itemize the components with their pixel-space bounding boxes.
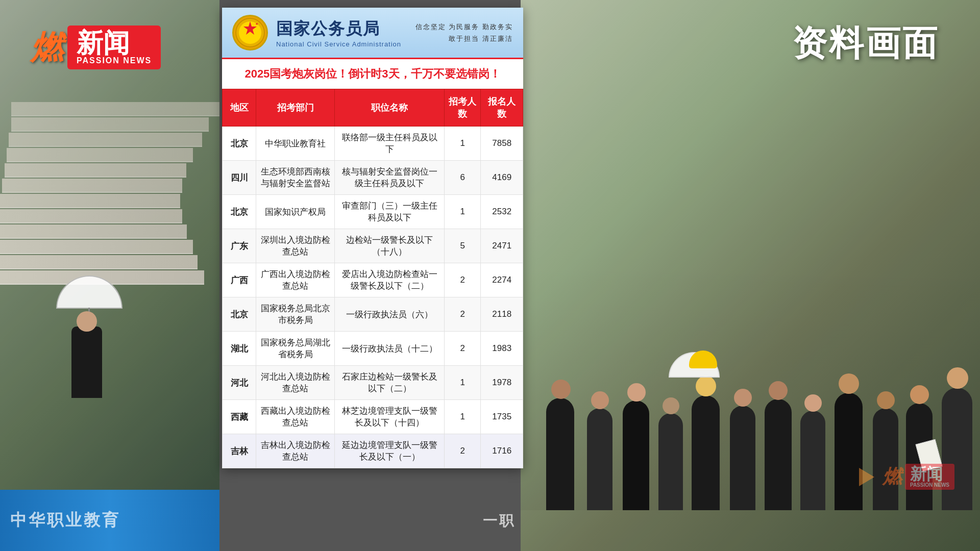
table-header-row: 地区 招考部门 职位名称 招考人数 报名人数 <box>223 89 523 127</box>
watermark-br-box: 新闻 PASSION NEWS <box>905 464 954 490</box>
gov-slogan-line2: 敢于担当 清正廉洁 <box>415 33 513 44</box>
cell-dept: 广西出入境边防检查总站 <box>256 263 335 297</box>
data-table: 地区 招考部门 职位名称 招考人数 报名人数 北京中华职业教育社联络部一级主任科… <box>222 89 523 468</box>
table-row: 广东深圳出入境边防检查总站边检站一级警长及以下（十八）52471 <box>223 229 523 263</box>
person-head <box>77 311 97 332</box>
logo-fire-char: 燃 <box>31 31 63 64</box>
cell-position: 边检站一级警长及以下（十八） <box>335 229 445 263</box>
cell-position: 爱店出入境边防检查站一级警长及以下（二） <box>335 263 445 297</box>
cell-recruit: 2 <box>444 263 481 297</box>
cell-dept: 西藏出入境边防检查总站 <box>256 400 335 434</box>
gov-slogan-line1: 信念坚定 为民服务 勤政务实 <box>415 21 513 33</box>
cell-dept: 国家知识产权局 <box>256 195 335 229</box>
card-header: 国家公务员局 National Civil Service Administra… <box>222 8 523 59</box>
logo-news-cn: 新闻 <box>77 30 152 56</box>
table-body: 北京中华职业教育社联络部一级主任科员及以下17858四川生态环境部西南核与辐射安… <box>223 127 523 468</box>
cell-recruit: 6 <box>444 161 481 195</box>
table-row: 西藏西藏出入境边防检查总站林芝边境管理支队一级警长及以下（十四）11735 <box>223 400 523 434</box>
cell-register: 7858 <box>481 127 523 161</box>
watermark-top-right: 资料画面 <box>792 20 939 67</box>
cell-region: 北京 <box>223 127 256 161</box>
cell-register: 1983 <box>481 332 523 366</box>
watermark-br-fire: 燃 <box>883 464 902 490</box>
card-subtitle: 2025国考炮灰岗位！倒计时3天，千万不要选错岗！ <box>222 59 523 89</box>
cell-region: 四川 <box>223 161 256 195</box>
cell-region: 西藏 <box>223 400 256 434</box>
logo-news-en: PASSION NEWS <box>77 56 152 65</box>
cell-recruit: 1 <box>444 400 481 434</box>
cell-position: 石家庄边检站一级警长及以下（二） <box>335 366 445 400</box>
cell-register: 4169 <box>481 161 523 195</box>
cell-dept: 深圳出入境边防检查总站 <box>256 229 335 263</box>
cell-recruit: 1 <box>444 195 481 229</box>
cell-position: 联络部一级主任科员及以下 <box>335 127 445 161</box>
cell-recruit: 1 <box>444 127 481 161</box>
person-left <box>41 276 143 429</box>
cell-register: 2471 <box>481 229 523 263</box>
cell-region: 北京 <box>223 297 256 332</box>
cell-region: 吉林 <box>223 434 256 468</box>
gov-emblem <box>232 15 268 51</box>
cell-dept: 生态环境部西南核与辐射安全监督站 <box>256 161 335 195</box>
header-position: 职位名称 <box>335 89 445 127</box>
cell-region: 河北 <box>223 366 256 400</box>
cell-recruit: 2 <box>444 332 481 366</box>
cell-region: 广西 <box>223 263 256 297</box>
main-card: 国家公务员局 National Civil Service Administra… <box>222 8 523 468</box>
table-row: 四川生态环境部西南核与辐射安全监督站核与辐射安全监督岗位一级主任科员及以下641… <box>223 161 523 195</box>
bottom-blue-bar: 中华职业教育 <box>0 490 219 551</box>
bottom-blue-text: 中华职业教育 <box>10 509 120 532</box>
gov-title-en: National Civil Service Administration <box>276 40 407 48</box>
table-row: 湖北国家税务总局湖北省税务局一级行政执法员（十二）21983 <box>223 332 523 366</box>
cell-dept: 吉林出入境边防检查总站 <box>256 434 335 468</box>
cell-position: 一级行政执法员（十二） <box>335 332 445 366</box>
person-body <box>71 327 102 398</box>
card-subtitle-text: 2025国考炮灰岗位！倒计时3天，千万不要选错岗！ <box>244 67 500 80</box>
cell-dept: 河北出入境边防检查总站 <box>256 366 335 400</box>
gov-slogan: 信念坚定 为民服务 勤政务实 敢于担当 清正廉洁 <box>415 21 513 45</box>
cell-region: 湖北 <box>223 332 256 366</box>
cell-position: 林芝边境管理支队一级警长及以下（十四） <box>335 400 445 434</box>
cell-dept: 国家税务总局北京市税务局 <box>256 297 335 332</box>
cell-recruit: 5 <box>444 229 481 263</box>
cell-dept: 中华职业教育社 <box>256 127 335 161</box>
cell-register: 2274 <box>481 263 523 297</box>
table-row: 北京国家知识产权局审查部门（三）一级主任科员及以下12532 <box>223 195 523 229</box>
cell-position: 一级行政执法员（六） <box>335 297 445 332</box>
table-row: 吉林吉林出入境边防检查总站延边边境管理支队一级警长及以下（一）21716 <box>223 434 523 468</box>
table-row: 北京中华职业教育社联络部一级主任科员及以下17858 <box>223 127 523 161</box>
header-register: 报名人数 <box>481 89 523 127</box>
table-row: 北京国家税务总局北京市税务局一级行政执法员（六）22118 <box>223 297 523 332</box>
header-region: 地区 <box>223 89 256 127</box>
cell-position: 审查部门（三）一级主任科员及以下 <box>335 195 445 229</box>
cell-register: 2118 <box>481 297 523 332</box>
gov-title-block: 国家公务员局 National Civil Service Administra… <box>276 18 407 48</box>
watermark-br-cn: 新闻 <box>910 466 949 482</box>
cell-position: 核与辐射安全监督岗位一级主任科员及以下 <box>335 161 445 195</box>
cell-register: 1735 <box>481 400 523 434</box>
table-row: 广西广西出入境边防检查总站爱店出入境边防检查站一级警长及以下（二）22274 <box>223 263 523 297</box>
bottom-right-text: 一职 <box>483 511 516 531</box>
cell-region: 北京 <box>223 195 256 229</box>
cell-position: 延边边境管理支队一级警长及以下（一） <box>335 434 445 468</box>
table-row: 河北河北出入境边防检查总站石家庄边检站一级警长及以下（二）11978 <box>223 366 523 400</box>
watermark-bottom-right: 燃 新闻 PASSION NEWS <box>854 464 954 490</box>
cell-recruit: 2 <box>444 434 481 468</box>
cell-recruit: 1 <box>444 366 481 400</box>
logo-container: 燃 新闻 PASSION NEWS <box>31 26 161 69</box>
cell-register: 2532 <box>481 195 523 229</box>
gov-title-cn: 国家公务员局 <box>276 18 407 40</box>
header-recruit: 招考人数 <box>444 89 481 127</box>
cell-dept: 国家税务总局湖北省税务局 <box>256 332 335 366</box>
header-dept: 招考部门 <box>256 89 335 127</box>
watermark-br-en: PASSION NEWS <box>910 482 949 488</box>
logo-news-box: 新闻 PASSION NEWS <box>67 26 161 69</box>
cell-region: 广东 <box>223 229 256 263</box>
cell-register: 1978 <box>481 366 523 400</box>
cell-register: 1716 <box>481 434 523 468</box>
umbrella-dome <box>56 276 122 309</box>
cell-recruit: 2 <box>444 297 481 332</box>
